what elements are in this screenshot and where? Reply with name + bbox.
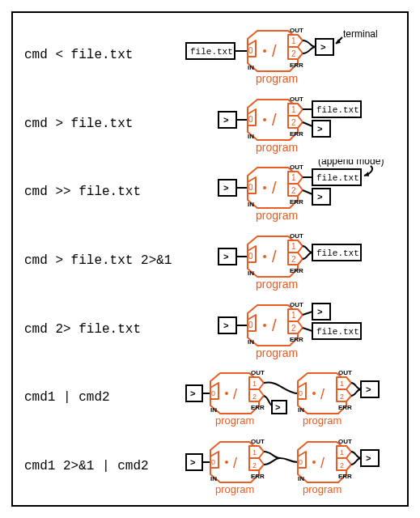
row-input-redirect: cmd < file.txt file.txt 0 IN 1 2 OUT [24, 23, 396, 87]
svg-point-39 [263, 186, 266, 189]
svg-text:IN: IN [298, 475, 304, 482]
svg-text:2: 2 [291, 186, 296, 195]
svg-text:/: / [233, 386, 237, 402]
svg-text:>: > [366, 385, 371, 395]
svg-text:ERR: ERR [251, 404, 265, 411]
command-text: cmd1 | cmd2 [24, 390, 185, 405]
command-text: cmd < file.txt [24, 48, 185, 62]
svg-point-21 [263, 118, 266, 121]
svg-text:>: > [366, 454, 371, 464]
svg-point-101 [312, 392, 316, 395]
svg-text:file.txt: file.txt [316, 173, 359, 183]
svg-text:OUT: OUT [251, 369, 265, 376]
svg-text:/: / [320, 386, 325, 402]
svg-text:0: 0 [299, 458, 303, 466]
svg-text:ERR: ERR [338, 473, 352, 480]
svg-text:0: 0 [248, 321, 253, 329]
svg-text:/: / [272, 179, 277, 197]
svg-text:1: 1 [252, 380, 257, 388]
svg-text:2: 2 [291, 49, 296, 58]
svg-text:program: program [256, 346, 298, 359]
svg-text:ERR: ERR [338, 404, 352, 411]
svg-text:2: 2 [252, 393, 257, 401]
svg-text:>: > [317, 308, 323, 317]
svg-point-7 [263, 49, 266, 53]
row-redirect-both: cmd > file.txt 2>&1 > 0 IN 1 2 OUT ERR /… [24, 228, 396, 293]
svg-text:>: > [190, 389, 196, 399]
svg-text:file.txt: file.txt [316, 327, 359, 337]
svg-text:0: 0 [211, 389, 215, 397]
svg-text:OUT: OUT [290, 27, 303, 34]
row-stderr-redirect: cmd 2> file.txt > 0 IN 1 2 OUT ERR / pro… [24, 297, 396, 362]
diagram-svg: > 0 IN 1 2 OUT ERR / program file.txt [185, 159, 396, 224]
row-append-redirect: cmd >> file.txt > 0 IN 1 2 OUT ERR / pro… [24, 159, 396, 224]
svg-text:>: > [317, 125, 323, 134]
svg-text:program: program [256, 72, 298, 85]
svg-text:2: 2 [252, 461, 257, 469]
diagram-svg: > 0 IN 1 2 OUT ERR / program > [185, 365, 396, 430]
svg-text:ERR: ERR [290, 130, 303, 138]
svg-text:OUT: OUT [290, 232, 303, 240]
svg-text:2: 2 [291, 324, 296, 333]
svg-text:1: 1 [291, 242, 296, 251]
svg-text:1: 1 [252, 448, 257, 456]
svg-text:IN: IN [210, 475, 217, 482]
svg-text:>: > [190, 458, 196, 468]
svg-text:2: 2 [291, 118, 296, 127]
command-text: cmd > file.txt 2>&1 [24, 253, 185, 268]
svg-line-27 [303, 122, 312, 126]
terminal-annotation: terminal [343, 28, 378, 40]
svg-text:0: 0 [248, 46, 253, 55]
row-output-redirect: cmd > file.txt > 0 IN 1 2 OUT ERR / [24, 91, 396, 156]
svg-text:/: / [233, 455, 237, 471]
svg-text:OUT: OUT [290, 96, 303, 103]
svg-text:>: > [275, 403, 281, 413]
command-text: cmd >> file.txt [24, 185, 185, 199]
diagram-svg: > 0 IN 1 2 OUT ERR / program file.txt [185, 91, 396, 156]
svg-text:1: 1 [291, 36, 296, 45]
command-text: cmd1 2>&1 | cmd2 [24, 459, 185, 473]
svg-text:OUT: OUT [338, 438, 352, 445]
svg-text:/: / [272, 111, 277, 129]
svg-text:>: > [223, 321, 229, 331]
diagram-svg: > 0 IN 1 2 OUT ERR / program file.txt [185, 228, 396, 293]
svg-marker-48 [364, 172, 369, 176]
svg-point-115 [225, 461, 228, 464]
svg-line-78 [303, 328, 312, 331]
svg-text:2: 2 [340, 461, 344, 469]
svg-text:OUT: OUT [290, 301, 303, 308]
svg-text:/: / [272, 248, 277, 265]
svg-text:IN: IN [248, 133, 254, 140]
svg-text:>: > [223, 253, 229, 262]
svg-point-58 [263, 255, 266, 258]
svg-text:program: program [256, 141, 298, 154]
svg-point-124 [312, 461, 316, 464]
svg-text:ERR: ERR [251, 473, 265, 480]
svg-text:>: > [317, 193, 323, 202]
svg-text:0: 0 [248, 115, 253, 124]
svg-text:program: program [256, 209, 298, 222]
row-pipe: cmd1 | cmd2 > 0 IN 1 2 OUT ERR / pr [24, 365, 396, 430]
svg-text:1: 1 [291, 105, 296, 114]
svg-text:IN: IN [248, 64, 254, 71]
svg-text:1: 1 [291, 311, 296, 320]
command-text: cmd > file.txt [24, 117, 185, 131]
svg-text:0: 0 [248, 252, 253, 261]
file-label: file.txt [190, 47, 233, 57]
svg-line-75 [303, 312, 312, 315]
svg-text:/: / [320, 455, 325, 471]
svg-text:program: program [256, 278, 298, 291]
svg-text:1: 1 [291, 173, 296, 182]
svg-text:>: > [223, 184, 229, 193]
svg-text:program: program [215, 483, 254, 495]
diagram-svg: > 0 IN 1 2 OUT ERR / program > [185, 297, 396, 362]
row-pipe-merge-stderr: cmd1 2>&1 | cmd2 > 0 IN 1 2 OUT ERR / pr… [24, 434, 396, 499]
svg-text:OUT: OUT [290, 163, 303, 171]
svg-text:file.txt: file.txt [316, 248, 359, 258]
svg-text:OUT: OUT [338, 369, 352, 376]
diagram-svg: file.txt 0 IN 1 2 OUT ERR / program [185, 23, 396, 87]
svg-text:IN: IN [248, 270, 254, 277]
svg-text:IN: IN [298, 406, 304, 414]
svg-line-45 [303, 190, 312, 194]
svg-text:ERR: ERR [290, 62, 303, 69]
